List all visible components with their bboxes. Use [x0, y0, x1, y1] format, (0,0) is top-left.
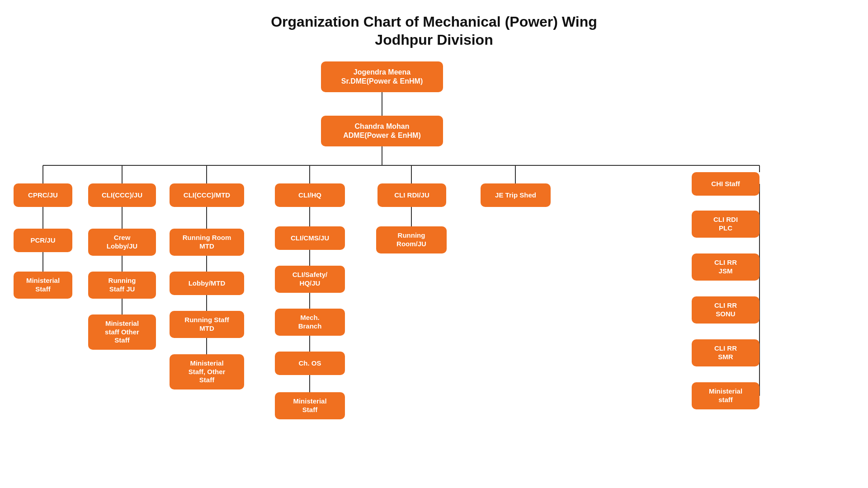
node-cli-safety: CLI/Safety/HQ/JU: [275, 266, 345, 293]
node-cli-rdi-plc: CLI RDIPLC: [692, 211, 760, 238]
node-min-staff-other-ju: Ministerialstaff OtherStaff: [88, 314, 156, 350]
node-running-staff-ju: RunningStaff JU: [88, 272, 156, 299]
node-je-trip-shed: JE Trip Shed: [481, 183, 551, 207]
org-chart: Jogendra MeenaSr.DME(Power & EnHM) Chand…: [0, 57, 868, 464]
node-pcr-ju: PCR/JU: [14, 229, 72, 252]
node-mech-branch: Mech.Branch: [275, 309, 345, 336]
node-ministerial-staff-cprc: MinisterialStaff: [14, 272, 72, 299]
node-adme: Chandra MohanADME(Power & EnHM): [321, 116, 443, 146]
node-cli-rr-jsm: CLI RRJSM: [692, 253, 760, 281]
node-cli-cms: CLI/CMS/JU: [275, 226, 345, 250]
node-cli-ccc-mtd: CLI(CCC)/MTD: [170, 183, 244, 207]
node-chi-staff: CHI Staff: [692, 172, 760, 196]
node-lobby-mtd: Lobby/MTD: [170, 272, 244, 295]
node-min-staff-hq: MinisterialStaff: [275, 392, 345, 419]
node-running-room-ju: RunningRoom/JU: [376, 226, 447, 253]
node-cli-rr-sonu: CLI RRSONU: [692, 296, 760, 324]
node-root: Jogendra MeenaSr.DME(Power & EnHM): [321, 61, 443, 92]
page-title: Organization Chart of Mechanical (Power)…: [0, 0, 868, 57]
node-crew-lobby: CrewLobby/JU: [88, 229, 156, 256]
node-running-room-mtd: Running RoomMTD: [170, 229, 244, 256]
node-cli-hq: CLI/HQ: [275, 183, 345, 207]
node-running-staff-mtd: Running StaffMTD: [170, 311, 244, 338]
node-cprc-ju: CPRC/JU: [14, 183, 72, 207]
node-cli-rr-smr: CLI RRSMR: [692, 339, 760, 366]
node-min-staff-right: Ministerialstaff: [692, 382, 760, 409]
node-min-staff-other-mtd: MinisterialStaff, OtherStaff: [170, 354, 244, 389]
node-cli-ccc-ju: CLI(CCC)/JU: [88, 183, 156, 207]
node-cli-rdi-ju: CLI RDI/JU: [377, 183, 446, 207]
node-ch-os: Ch. OS: [275, 352, 345, 375]
